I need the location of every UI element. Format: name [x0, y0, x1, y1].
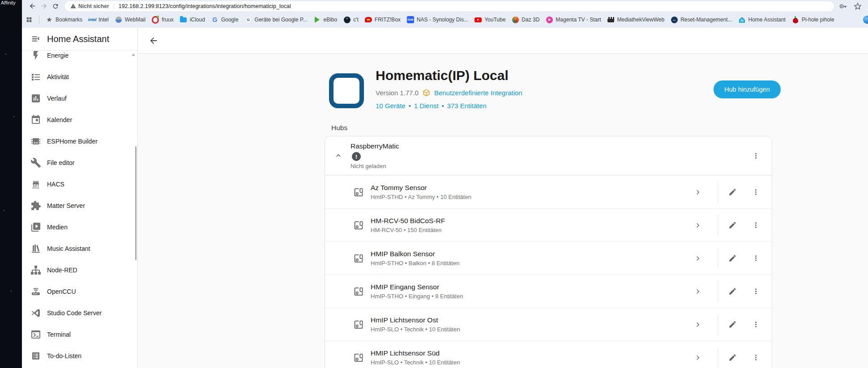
bookmark-reset-management[interactable]: ↔Reset-Management... — [671, 16, 732, 23]
device-menu-button[interactable] — [747, 250, 765, 267]
open-device-button[interactable] — [689, 316, 707, 334]
bookmark-ct[interactable]: 'c't — [343, 16, 359, 23]
edit-device-button[interactable] — [723, 250, 741, 267]
sidebar-item-kalender[interactable]: Kalender — [22, 109, 137, 131]
star-speck — [13, 116, 14, 117]
bookshelf-icon — [30, 243, 41, 254]
bookmark-home-assistant[interactable]: Home Assistant — [739, 16, 786, 23]
sidebar-title: Home Assistant — [47, 34, 109, 44]
sidebar-item-music-assistant[interactable]: Music Assistant — [22, 238, 137, 259]
device-row[interactable]: HMIP Balkon Sensor HmIP-STHO • Balkon • … — [325, 241, 772, 275]
device-row[interactable]: HMIP Eingang Sensor HmIP-STHO • Eingang … — [325, 275, 772, 308]
alert-badge-icon: ! — [352, 152, 361, 161]
browser-chrome: Nicht sicher 192.168.2.199:8123/config/i… — [22, 0, 868, 28]
device-menu-button[interactable] — [747, 216, 765, 234]
password-key-icon[interactable] — [839, 2, 847, 10]
sidebar-toggle-icon[interactable] — [31, 34, 41, 44]
bookmark-icloud[interactable]: iCloud — [180, 16, 205, 23]
edit-device-button[interactable] — [723, 283, 741, 300]
edit-device-button[interactable] — [723, 183, 741, 201]
sidebar-item-energie[interactable]: Energie — [22, 51, 137, 66]
device-menu-button[interactable] — [747, 183, 765, 201]
open-device-button[interactable] — [689, 349, 707, 367]
back-icon[interactable] — [26, 1, 38, 11]
bookmark-fritzbox[interactable]: FRITZ!Box — [365, 16, 401, 23]
bookmark-ebibo[interactable]: eBibo — [313, 16, 337, 23]
bookmark-daz3d[interactable]: Daz 3D — [512, 16, 539, 23]
open-device-button[interactable] — [689, 283, 707, 300]
open-device-button[interactable] — [689, 183, 707, 201]
device-menu-button[interactable] — [747, 283, 765, 300]
device-text: HM-RCV-50 BidCoS-RF HM-RCV-50 • 150 Enti… — [371, 217, 689, 233]
sidebar-item-esphome[interactable]: ESPHome Builder — [22, 131, 137, 152]
sidebar-item-node-red[interactable]: Node-RED — [22, 259, 137, 281]
edit-device-button[interactable] — [723, 216, 741, 234]
device-row[interactable]: HmIP Lichtsensor Ost HmIP-SLO • Technik … — [325, 308, 772, 341]
sidebar-header: Home Assistant — [22, 28, 137, 51]
bookmark-mediathekviewweb[interactable]: MediathekViewWeb — [607, 16, 665, 23]
ed it-device-button[interactable] — [723, 349, 741, 367]
sidebar-item-file-editor[interactable]: File editor — [22, 152, 137, 173]
bookmarks-separator — [39, 16, 39, 24]
device-row[interactable]: Az Tommy Sensor HmIP-STHD • Az Tommy • 1… — [325, 175, 772, 208]
integration-logo — [329, 73, 364, 108]
bookmark-youtube[interactable]: YouTube — [475, 16, 505, 23]
device-menu-button[interactable] — [747, 349, 765, 367]
collapse-button[interactable] — [329, 147, 347, 165]
device-menu-button[interactable] — [747, 316, 765, 334]
page-topbar — [138, 28, 868, 54]
hub-header: RaspberryMatic ! Nicht geladen — [325, 136, 772, 175]
bookmark-google-geraete[interactable]: GGeräte bei Google P... — [245, 16, 308, 23]
sidebar-item-studio-code[interactable]: Studio Code Server — [22, 302, 137, 324]
url-text[interactable]: 192.168.2.199:8123/config/integrations/i… — [119, 3, 291, 9]
toolbar-right — [839, 2, 864, 10]
back-button[interactable] — [147, 34, 160, 47]
bookmark-bookmarks[interactable]: ★Bookmarks — [46, 16, 82, 23]
sidebar-scrollbar-thumb[interactable] — [135, 146, 137, 260]
bookmark-fruux[interactable]: fruux — [152, 16, 174, 23]
bookmark-pihole[interactable]: Pi-hole pihole — [792, 16, 834, 23]
bookmark-magenta-tv[interactable]: Magenta TV - Start — [546, 16, 601, 23]
sidebar-item-hacs[interactable]: HACS HACS — [22, 173, 137, 195]
scrollbar-up-arrow[interactable] — [132, 53, 135, 56]
custom-integration-link[interactable]: Benutzerdefinierte Integration — [434, 89, 522, 97]
chevron-right-icon — [693, 254, 702, 263]
bookmark-synology[interactable]: DSMNAS - Synology Dis... — [407, 16, 468, 23]
sidebar-item-openccu[interactable]: OpenCCU — [22, 281, 137, 302]
open-device-button[interactable] — [689, 216, 707, 234]
dots-vertical-icon — [752, 320, 760, 329]
bookmark-webmail[interactable]: WebMail — [115, 16, 145, 23]
edit-device-button[interactable] — [723, 316, 741, 334]
chevron-right-icon — [693, 320, 702, 329]
sidebar-item-verlauf[interactable]: Verlauf — [22, 88, 137, 109]
bookmark-google[interactable]: GGoogle — [211, 16, 239, 23]
forward-icon[interactable] — [38, 1, 50, 11]
security-chip[interactable]: Nicht sicher — [70, 3, 109, 9]
package-icon — [422, 89, 431, 97]
open-device-button[interactable] — [689, 250, 707, 267]
sidebar-item-terminal[interactable]: Terminal — [22, 324, 137, 345]
sidebar-item-matter-server[interactable]: Matter Server — [22, 195, 137, 216]
sidebar-item-medien[interactable]: Medien — [22, 216, 137, 238]
apps-grid-icon[interactable] — [26, 16, 33, 23]
store-icon: HACS — [30, 179, 41, 190]
device-row[interactable]: HMIP Lichtsensor Süd HmIP-SLO • Technik … — [325, 341, 772, 368]
address-bar[interactable]: Nicht sicher 192.168.2.199:8123/config/i… — [65, 1, 834, 11]
sidebar-item-todo[interactable]: To-do-Listen — [22, 345, 137, 367]
green-play-icon — [313, 16, 321, 23]
partial-favicon[interactable] — [863, 16, 868, 24]
version-label: Version 1.77.0 — [376, 89, 419, 97]
bookmark-star-icon[interactable] — [854, 2, 862, 10]
bookmark-intel[interactable]: intelIntel — [89, 16, 109, 23]
wrench-icon — [30, 157, 41, 168]
entities-count-link[interactable]: 373 Entitäten — [447, 102, 487, 110]
reload-icon[interactable] — [50, 1, 61, 11]
hub-menu-button[interactable] — [747, 147, 765, 165]
services-count-link[interactable]: 1 Dienst — [414, 102, 439, 110]
sidebar-item-aktivitaet[interactable]: Aktivität — [22, 66, 137, 88]
devices-count-link[interactable]: 10 Geräte — [376, 102, 406, 110]
add-hub-button[interactable]: Hub hinzufügen — [714, 80, 781, 98]
device-row[interactable]: HM-RCV-50 BidCoS-RF HM-RCV-50 • 150 Enti… — [325, 208, 772, 241]
flash-icon — [30, 51, 41, 61]
desktop-background: Affinity — [0, 0, 22, 368]
